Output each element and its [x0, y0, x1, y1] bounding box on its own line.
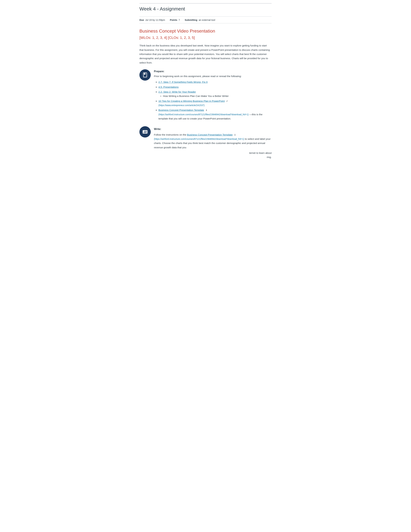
resource-link-5[interactable]: Business Concept Presentation Template [159, 109, 204, 111]
due-label: Due [140, 19, 144, 21]
write-icon-circle [140, 126, 151, 138]
write-truncated-2: ring. [154, 155, 271, 159]
prepare-intro: Prior to beginning work on this assignme… [154, 74, 271, 78]
list-item: 2.2: Step 2: Write for Your Reader How W… [159, 90, 271, 98]
resource-link-3[interactable]: 2.2: Step 2: Write for Your Reader [159, 90, 196, 93]
sub-item-text: How Writing a Business Plan Can Make You… [163, 95, 229, 97]
write-download-icon: ⇓ [234, 133, 236, 137]
points-value: 7 [178, 19, 180, 21]
download-icon: ⇓ [206, 108, 207, 112]
wlo-clo: [WLOs: 1, 2, 3, 4] [CLOs: 1, 2, 3, 5] [140, 35, 271, 40]
write-truncated: ternet to learn about [154, 151, 271, 155]
points-label: Points [170, 19, 177, 21]
resource-list: 2.7: Step 7: If Something Feels Wrong, F… [154, 80, 271, 121]
list-item: How Writing a Business Plan Can Make You… [163, 94, 271, 98]
write-paragraph: Follow the instructions on the Business … [154, 133, 271, 150]
prepare-content: Prepare: Prior to beginning work on this… [154, 69, 271, 121]
write-link-url: (https://ashford.instructure.com/courses… [154, 138, 244, 140]
submitting-label: Submitting [185, 19, 197, 21]
list-item: 2.7: Step 7: If Something Feels Wrong, F… [159, 80, 271, 84]
page-container: Week 4 - Assignment Due Jul 19 by 11:59p… [133, 0, 278, 171]
due-value: Jul 19 by 11:59pm [145, 19, 165, 21]
meta-bar: Due Jul 19 by 11:59pm Points 7 Submittin… [140, 17, 271, 23]
list-item: 10 Tips for Creating a Winning Business … [159, 99, 271, 107]
page-title: Week 4 - Assignment [140, 6, 271, 12]
submitting-value: an external tool [199, 19, 215, 21]
assignment-title: Business Concept Video Presentation [140, 28, 271, 34]
resource-url-4: (https://www.entrepreneur.com/article/24… [159, 104, 205, 106]
submitting-meta: Submitting an external tool [185, 19, 215, 21]
prepare-icon-circle [140, 69, 151, 81]
write-section: Write: Follow the instructions on the Bu… [140, 126, 271, 159]
points-meta: Points 7 [170, 19, 180, 21]
due-meta: Due Jul 19 by 11:59pm [140, 19, 165, 21]
truncated-text-1: ternet to learn about [249, 152, 271, 154]
write-heading: Write: [154, 127, 271, 131]
truncated-text-2: ring. [267, 156, 271, 159]
write-template-link[interactable]: Business Concept Presentation Template [187, 133, 233, 136]
book-icon [142, 72, 148, 78]
resource-link-2[interactable]: 4.5: Presentations [159, 86, 178, 88]
list-item: Business Concept Presentation Template ⇓… [159, 108, 271, 121]
prepare-section: Prepare: Prior to beginning work on this… [140, 69, 271, 121]
top-divider [140, 3, 271, 4]
write-content: Write: Follow the instructions on the Bu… [154, 126, 271, 159]
list-item: 4.5: Presentations [159, 85, 271, 89]
resource-link-1[interactable]: 2.7: Step 7: If Something Feels Wrong, F… [159, 81, 208, 83]
write-text-before: Follow the instructions on the [154, 133, 186, 136]
resource-link-4[interactable]: 10 Tips for Creating a Winning Business … [159, 100, 225, 102]
sub-list: How Writing a Business Plan Can Make You… [159, 94, 271, 98]
external-link-icon: ↗ [226, 99, 228, 103]
keyboard-icon [142, 129, 148, 135]
intro-text: Think back on the business idea you deve… [140, 44, 271, 65]
prepare-heading: Prepare: [154, 70, 271, 73]
resource-url-5: (https://ashford.instructure.com/courses… [159, 113, 249, 116]
